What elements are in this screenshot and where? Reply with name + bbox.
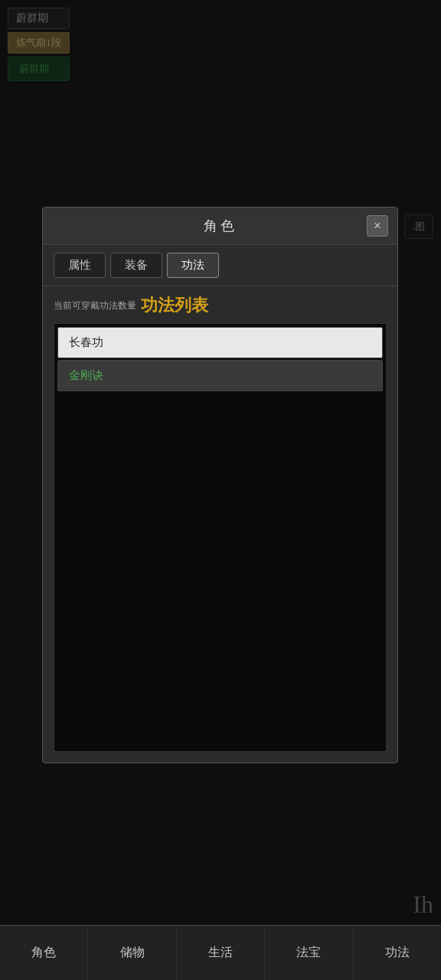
- skill-list-container[interactable]: 长春功 金刚诀: [54, 323, 387, 752]
- tab-bar: 属性 装备 功法: [43, 245, 397, 286]
- list-header-title: 功法列表: [141, 294, 208, 317]
- tab-skills[interactable]: 功法: [167, 253, 219, 278]
- nav-storage[interactable]: 储物: [88, 926, 176, 980]
- modal-title: 角色: [204, 217, 237, 235]
- modal-close-button[interactable]: ×: [367, 215, 388, 237]
- nav-skills[interactable]: 功法: [354, 926, 441, 980]
- nav-character[interactable]: 角色: [0, 926, 88, 980]
- modal-header: 角色 ×: [43, 207, 397, 245]
- nav-life[interactable]: 生活: [177, 926, 265, 980]
- nav-treasure[interactable]: 法宝: [265, 926, 353, 980]
- list-header-small: 当前可穿戴功法数量: [54, 299, 136, 312]
- list-header: 当前可穿戴功法数量 功法列表: [54, 294, 387, 317]
- modal-body: 当前可穿戴功法数量 功法列表 长春功 金刚诀: [43, 286, 397, 763]
- tab-attributes[interactable]: 属性: [54, 253, 106, 278]
- bottom-nav: 角色 储物 生活 法宝 功法: [0, 925, 441, 980]
- skill-item-jingang[interactable]: 金刚诀: [57, 360, 383, 391]
- tab-equipment[interactable]: 装备: [110, 253, 162, 278]
- character-modal: 角色 × 属性 装备 功法 当前可穿戴功法数量 功法列表 长春功 金刚诀: [42, 207, 398, 763]
- skill-item-changchun[interactable]: 长春功: [57, 327, 383, 358]
